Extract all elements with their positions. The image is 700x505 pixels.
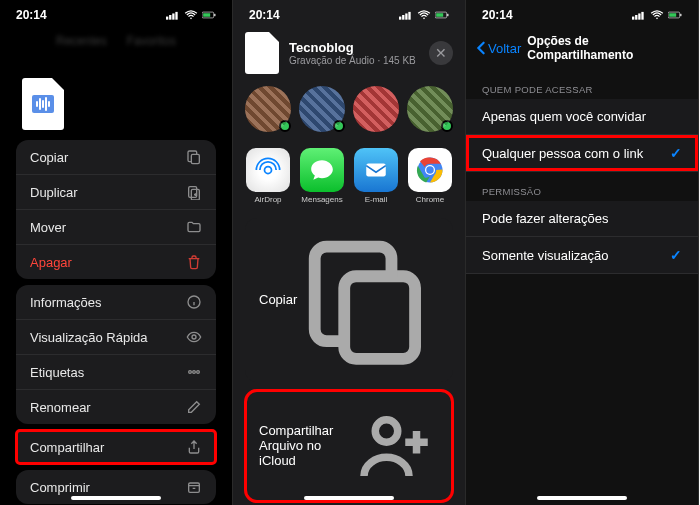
trash-icon (186, 254, 202, 270)
app-airdrop-label: AirDrop (244, 195, 292, 204)
option-view-label: Somente visualização (482, 248, 608, 263)
menu-delete[interactable]: Apagar (16, 245, 216, 279)
menu-share-label: Compartilhar (30, 440, 104, 455)
action-copy-label: Copiar (259, 292, 297, 307)
info-icon (186, 294, 202, 310)
app-airdrop[interactable]: AirDrop (244, 148, 292, 204)
menu-copy-label: Copiar (30, 150, 68, 165)
menu-duplicate-label: Duplicar (30, 185, 78, 200)
home-indicator[interactable] (71, 496, 161, 500)
menu-compress-label: Comprimir (30, 480, 90, 495)
svg-rect-39 (669, 13, 676, 17)
svg-rect-19 (405, 13, 407, 19)
svg-point-29 (426, 166, 434, 174)
menu-move[interactable]: Mover (16, 210, 216, 245)
option-edit-label: Pode fazer alterações (482, 211, 608, 226)
share-apps-row: AirDrop Mensagens E-mail Chrome (233, 140, 465, 208)
menu-tags[interactable]: Etiquetas (16, 355, 216, 390)
app-chrome[interactable]: Chrome (406, 148, 454, 204)
svg-rect-3 (175, 12, 177, 20)
context-menu: Copiar Duplicar Mover Apagar (16, 140, 216, 279)
eye-icon (186, 329, 202, 345)
svg-point-15 (197, 371, 200, 374)
back-label: Voltar (488, 41, 521, 56)
option-anyone-link[interactable]: Qualquer pessoa com o link ✓ (466, 135, 698, 172)
menu-quicklook[interactable]: Visualização Rápida (16, 320, 216, 355)
share-file-title: Tecnoblog (289, 40, 419, 55)
svg-point-12 (192, 335, 196, 339)
share-header: Tecnoblog Gravação de Áudio · 145 KB ✕ (233, 26, 465, 82)
close-button[interactable]: ✕ (429, 41, 453, 65)
menu-delete-label: Apagar (30, 255, 72, 270)
svg-rect-34 (635, 15, 637, 20)
section-permission: PERMISSÃO (466, 172, 698, 201)
svg-rect-0 (166, 17, 168, 20)
avatar[interactable] (353, 86, 399, 132)
svg-point-13 (189, 371, 192, 374)
svg-point-31 (375, 419, 398, 442)
menu-tags-label: Etiquetas (30, 365, 84, 380)
share-contacts-row[interactable] (233, 82, 465, 140)
app-messages[interactable]: Mensagens (298, 148, 346, 204)
action-copy[interactable]: Copiar (245, 218, 453, 382)
nav-bar: Voltar Opções de Compartilhamento (466, 26, 698, 70)
svg-rect-30 (345, 276, 416, 359)
highlight-share: Compartilhar (16, 430, 216, 464)
action-icloud-label: Compartilhar Arquivo no iCloud (259, 423, 349, 468)
menu-rename-label: Renomear (30, 400, 91, 415)
svg-rect-7 (214, 14, 215, 16)
archive-icon (186, 479, 202, 495)
option-invite-only[interactable]: Apenas quem você convidar (466, 99, 698, 135)
screen-share-options: 20:14 Voltar Opções de Compartilhamento … (466, 0, 699, 505)
svg-point-25 (265, 167, 272, 174)
app-messages-label: Mensagens (298, 195, 346, 204)
action-icloud-share[interactable]: Compartilhar Arquivo no iCloud (245, 390, 453, 502)
status-bar: 20:14 (0, 0, 232, 26)
avatar[interactable] (407, 86, 453, 132)
svg-point-37 (656, 18, 658, 20)
svg-point-14 (193, 371, 196, 374)
status-time: 20:14 (16, 8, 47, 22)
nav-title: Opções de Compartilhamento (527, 34, 688, 62)
avatar[interactable] (245, 86, 291, 132)
status-icons (399, 10, 449, 20)
svg-rect-36 (641, 12, 643, 20)
menu-duplicate[interactable]: Duplicar (16, 175, 216, 210)
menu-move-label: Mover (30, 220, 66, 235)
svg-rect-1 (169, 15, 171, 20)
menu-info-label: Informações (30, 295, 102, 310)
svg-rect-6 (203, 13, 210, 17)
airdrop-icon (246, 148, 290, 192)
avatar[interactable] (299, 86, 345, 132)
svg-rect-2 (172, 13, 174, 19)
svg-rect-23 (436, 13, 443, 17)
screen-share-sheet: 20:14 Tecnoblog Gravação de Áudio · 145 … (233, 0, 466, 505)
menu-share[interactable]: Compartilhar (16, 430, 216, 464)
app-chrome-label: Chrome (406, 195, 454, 204)
app-mail[interactable]: E-mail (352, 148, 400, 204)
menu-info[interactable]: Informações (16, 285, 216, 320)
chevron-left-icon (476, 41, 486, 55)
checkmark-icon: ✓ (670, 145, 682, 161)
svg-rect-24 (447, 14, 448, 16)
svg-rect-17 (399, 17, 401, 20)
home-indicator[interactable] (537, 496, 627, 500)
share-file-thumb (245, 32, 279, 74)
folder-icon (186, 219, 202, 235)
home-indicator[interactable] (304, 496, 394, 500)
status-bar: 20:14 (466, 0, 698, 26)
screen-context-menu: 20:14 RecentesFavoritos Copiar Duplicar … (0, 0, 233, 505)
status-time: 20:14 (482, 8, 513, 22)
svg-rect-26 (366, 164, 386, 177)
status-icons (632, 10, 682, 20)
duplicate-icon (186, 184, 202, 200)
back-button[interactable]: Voltar (476, 41, 521, 56)
menu-rename[interactable]: Renomear (16, 390, 216, 424)
option-can-edit[interactable]: Pode fazer alterações (466, 201, 698, 237)
menu-copy[interactable]: Copiar (16, 140, 216, 175)
option-view-only[interactable]: Somente visualização ✓ (466, 237, 698, 274)
close-icon: ✕ (435, 45, 447, 61)
add-person-icon (349, 401, 439, 491)
share-actions: Copiar (245, 218, 453, 382)
tag-icon (186, 364, 202, 380)
